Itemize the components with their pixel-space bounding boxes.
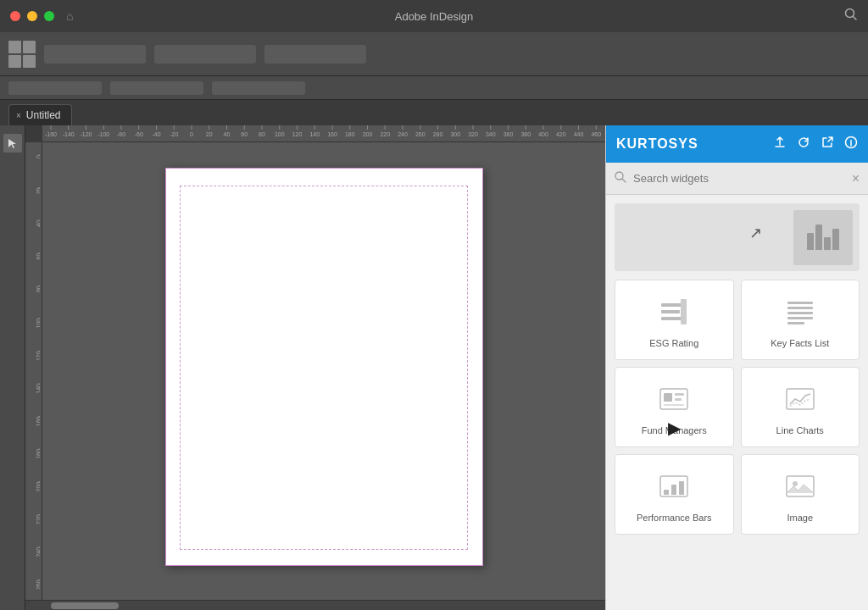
performance-bars-label: Performance Bars <box>637 513 712 523</box>
canvas-scroll[interactable] <box>42 142 605 600</box>
line-charts-icon-area <box>779 378 821 420</box>
svg-rect-109 <box>675 398 682 401</box>
svg-rect-114 <box>671 485 676 495</box>
kurtosys-logo: KURTOSYS <box>616 136 698 152</box>
toolbar-group-1 <box>44 45 146 64</box>
widget-card-fund-managers[interactable]: Fund Managers ▶ <box>615 367 734 447</box>
maximize-button[interactable] <box>44 11 54 21</box>
grid-icon[interactable] <box>8 41 36 68</box>
ruler-vertical: 020406080100120140160180200220240260 <box>25 142 42 600</box>
svg-point-117 <box>793 481 798 486</box>
close-button[interactable] <box>10 11 20 21</box>
widget-card-esg-rating[interactable]: ESG Rating <box>615 280 734 360</box>
svg-text:280: 280 <box>433 131 443 137</box>
svg-rect-105 <box>787 322 804 324</box>
svg-rect-99 <box>661 317 683 320</box>
info-icon[interactable] <box>844 136 858 152</box>
toolbar2-placeholder-1 <box>8 81 102 95</box>
performance-bars-icon-area <box>653 465 695 507</box>
refresh-icon[interactable] <box>797 136 810 152</box>
svg-text:-100: -100 <box>97 131 109 137</box>
svg-text:20: 20 <box>36 187 40 194</box>
svg-text:140: 140 <box>309 131 320 137</box>
svg-text:220: 220 <box>380 131 390 137</box>
svg-rect-103 <box>787 312 813 314</box>
svg-text:-160: -160 <box>45 131 57 137</box>
search-icon[interactable] <box>844 8 858 25</box>
svg-text:260: 260 <box>415 131 426 137</box>
home-icon[interactable]: ⌂ <box>66 9 73 23</box>
scrollbar-thumb[interactable] <box>51 602 119 609</box>
canvas-wrapper: -160-140-120-100-80-60-40-20020406080100… <box>25 125 605 610</box>
fund-managers-icon-area <box>653 378 695 420</box>
svg-text:80: 80 <box>259 131 265 137</box>
panel-close-button[interactable]: × <box>852 171 860 186</box>
export-icon[interactable] <box>821 136 834 152</box>
svg-rect-102 <box>787 307 813 309</box>
kurtosys-header: KURTOSYS <box>606 125 868 163</box>
svg-rect-98 <box>661 310 680 313</box>
widget-card-performance-bars[interactable]: Performance Bars <box>615 454 734 535</box>
canvas-page <box>165 168 483 566</box>
svg-text:40: 40 <box>36 220 40 227</box>
toolbar-placeholder-1 <box>44 45 146 64</box>
svg-line-1 <box>854 17 857 20</box>
toolbar <box>0 32 868 76</box>
svg-text:160: 160 <box>327 131 337 137</box>
ruler-horizontal: -160-140-120-100-80-60-40-20020406080100… <box>42 125 605 142</box>
document-tab[interactable]: × Untitled <box>8 104 72 125</box>
svg-text:120: 120 <box>292 131 303 137</box>
upload-icon[interactable] <box>773 136 787 152</box>
esg-rating-icon <box>657 295 691 329</box>
search-icon-panel <box>615 171 626 186</box>
svg-text:380: 380 <box>520 131 531 137</box>
svg-text:-120: -120 <box>80 131 92 137</box>
svg-text:180: 180 <box>345 131 355 137</box>
image-icon <box>783 469 817 503</box>
svg-rect-110 <box>664 404 684 406</box>
svg-text:100: 100 <box>275 131 285 137</box>
svg-text:260: 260 <box>36 580 40 590</box>
widget-card-line-charts[interactable]: Line Charts <box>741 367 860 447</box>
svg-text:0: 0 <box>190 131 193 137</box>
toolbar2-placeholder-2 <box>110 81 203 95</box>
esg-rating-label: ESG Rating <box>649 338 698 348</box>
svg-text:360: 360 <box>504 131 514 137</box>
svg-text:460: 460 <box>591 131 601 137</box>
svg-text:60: 60 <box>36 253 40 260</box>
select-tool[interactable] <box>3 134 22 152</box>
traffic-lights <box>10 11 54 21</box>
key-facts-icon <box>783 295 817 329</box>
svg-text:240: 240 <box>398 131 408 137</box>
svg-text:400: 400 <box>538 131 548 137</box>
svg-text:180: 180 <box>36 449 40 459</box>
left-toolbar <box>0 125 25 610</box>
scrollbar-horizontal[interactable] <box>25 600 605 610</box>
svg-text:0: 0 <box>36 155 40 158</box>
toolbar-group-2 <box>154 45 256 64</box>
cursor-overlay: ▶ <box>668 418 681 438</box>
widget-card-key-facts[interactable]: Key Facts List <box>741 280 860 360</box>
svg-text:440: 440 <box>574 131 584 137</box>
svg-text:240: 240 <box>36 547 40 557</box>
toolbar2-placeholder-3 <box>212 81 305 95</box>
svg-text:220: 220 <box>36 514 40 524</box>
svg-text:200: 200 <box>363 131 373 137</box>
key-facts-label: Key Facts List <box>771 338 829 348</box>
tab-close-icon[interactable]: × <box>16 111 21 120</box>
svg-text:-80: -80 <box>117 131 125 137</box>
svg-text:-60: -60 <box>135 131 143 137</box>
minimize-button[interactable] <box>27 11 37 21</box>
search-input[interactable] <box>633 172 845 185</box>
tab-title: Untitled <box>26 109 61 121</box>
svg-rect-115 <box>679 481 684 495</box>
svg-text:120: 120 <box>36 351 40 361</box>
performance-bars-icon <box>657 469 691 503</box>
svg-text:160: 160 <box>36 416 40 426</box>
tab-bar: × Untitled <box>0 100 868 125</box>
svg-text:-20: -20 <box>170 131 178 137</box>
widget-card-image[interactable]: Image <box>741 454 860 535</box>
kurtosys-panel: KURTOSYS <box>605 125 868 610</box>
svg-rect-104 <box>787 317 813 319</box>
svg-text:20: 20 <box>206 131 213 137</box>
